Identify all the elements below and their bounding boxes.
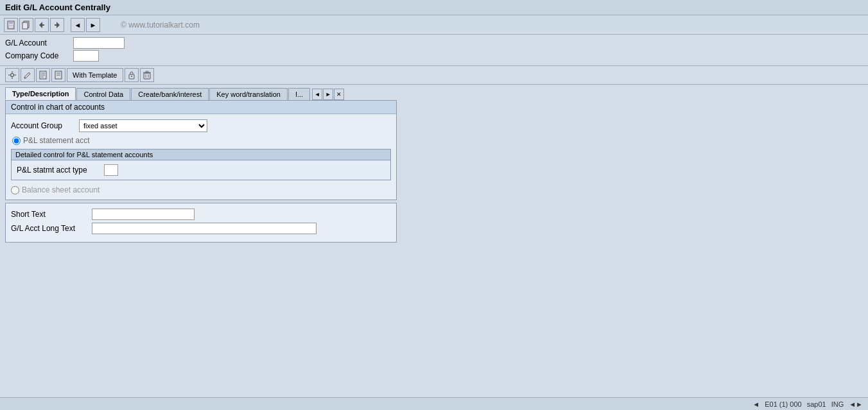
settings-icon: [8, 71, 17, 80]
page-title: Edit G/L Account Centrally: [5, 3, 110, 12]
main-content: Control in chart of accounts Account Gro…: [0, 100, 868, 248]
watermark: © www.tutorialkart.com: [121, 21, 200, 30]
svg-line-14: [29, 73, 30, 74]
forward-icon: [53, 21, 62, 30]
tab-keyword[interactable]: Key word/translation: [209, 88, 288, 100]
pl-statement-radio[interactable]: [12, 137, 21, 145]
company-code-label: Company Code: [5, 51, 69, 60]
tab-extra[interactable]: I...: [288, 88, 310, 100]
main-toolbar: ◄ ► © www.tutorialkart.com: [0, 15, 868, 35]
copy-icon: [22, 21, 31, 30]
status-arrows: ◄: [752, 400, 759, 408]
section-header-coa: Control in chart of accounts: [6, 101, 396, 114]
svg-rect-6: [42, 24, 44, 26]
with-template-button[interactable]: With Template: [67, 68, 123, 82]
text-section: Short Text G/L Acct Long Text: [5, 203, 397, 243]
tab-scroll-right[interactable]: ►: [323, 89, 333, 100]
balance-sheet-row: Balance sheet account: [11, 185, 391, 194]
doc2-icon: [54, 71, 63, 80]
next-nav-button[interactable]: ►: [86, 18, 100, 32]
document-icon: [39, 71, 48, 80]
gl-account-label: G/L Account: [5, 38, 69, 47]
gl-long-text-label: G/L Acct Long Text: [11, 224, 88, 233]
pl-statmt-label: P&L statmt acct type: [17, 166, 100, 175]
svg-point-9: [11, 74, 14, 77]
short-text-label: Short Text: [11, 210, 88, 219]
tab-scroll-left[interactable]: ◄: [312, 89, 322, 100]
svg-rect-1: [9, 21, 13, 24]
account-group-select[interactable]: fixed asset balance sheet income stateme…: [79, 119, 207, 132]
action-toolbar: With Template: [0, 66, 868, 85]
status-user: sap01: [807, 400, 826, 408]
gl-account-input[interactable]: [73, 37, 125, 49]
tab-create-bank[interactable]: Create/bank/interest: [131, 88, 209, 100]
tab-nav-buttons: ◄ ► ✕: [312, 89, 344, 100]
edit-button[interactable]: [21, 68, 35, 82]
svg-rect-2: [8, 26, 13, 28]
save-icon: [6, 21, 15, 30]
save-button[interactable]: [4, 18, 18, 32]
prev-nav-button[interactable]: ◄: [71, 18, 85, 32]
pl-detail-body: P&L statmt acct type: [12, 160, 390, 180]
doc2-button[interactable]: [51, 68, 65, 82]
pl-statement-row: P&L statement acct: [12, 136, 391, 145]
balance-sheet-radio[interactable]: [11, 186, 19, 194]
short-text-row: Short Text: [11, 209, 391, 220]
title-bar: Edit G/L Account Centrally: [0, 0, 868, 15]
short-text-input[interactable]: [92, 209, 195, 220]
status-lang: ING: [831, 400, 844, 408]
svg-rect-28: [146, 71, 148, 73]
svg-rect-26: [144, 73, 150, 79]
account-group-row: Account Group fixed asset balance sheet …: [11, 119, 391, 132]
pl-statmt-input[interactable]: [104, 164, 118, 176]
tab-type-description[interactable]: Type/Description: [5, 87, 76, 100]
pl-detail-box: Detailed control for P&L statement accou…: [11, 149, 391, 180]
forward-button[interactable]: [50, 18, 64, 32]
document-button[interactable]: [36, 68, 50, 82]
status-nav-arrows: ◄►: [849, 400, 863, 408]
gl-long-text-row: G/L Acct Long Text: [11, 223, 391, 234]
status-bar: ◄ E01 (1) 000 sap01 ING ◄►: [0, 397, 868, 410]
header-area: G/L Account Company Code: [0, 35, 868, 66]
svg-rect-8: [55, 24, 56, 26]
svg-marker-7: [56, 22, 60, 28]
delete-icon: [143, 71, 152, 80]
gl-long-text-input[interactable]: [92, 223, 317, 234]
balance-sheet-label: Balance sheet account: [22, 185, 100, 194]
svg-rect-4: [22, 22, 28, 29]
section-body-coa: Account Group fixed asset balance sheet …: [6, 114, 396, 200]
back-button[interactable]: [35, 18, 49, 32]
form-panel: Control in chart of accounts Account Gro…: [5, 100, 397, 200]
tabs-container: Type/Description Control Data Create/ban…: [0, 85, 868, 100]
status-session: E01 (1) 000: [765, 400, 801, 408]
with-template-label: With Template: [73, 71, 117, 79]
tab-control-data[interactable]: Control Data: [76, 88, 130, 100]
svg-point-25: [131, 76, 132, 77]
tab-close[interactable]: ✕: [334, 89, 344, 100]
company-code-input[interactable]: [73, 50, 99, 62]
svg-marker-5: [39, 22, 42, 28]
account-group-label: Account Group: [11, 121, 75, 130]
lock-icon: [127, 71, 136, 80]
settings-button[interactable]: [5, 68, 19, 82]
pl-statmt-row: P&L statmt acct type: [17, 164, 385, 176]
lock-button[interactable]: [125, 68, 139, 82]
copy-button[interactable]: [19, 18, 33, 32]
pl-detail-header: Detailed control for P&L statement accou…: [12, 149, 390, 160]
delete-button[interactable]: [140, 68, 154, 82]
pl-statement-label: P&L statement acct: [23, 136, 90, 145]
edit-icon: [23, 71, 32, 80]
back-icon: [37, 21, 46, 30]
